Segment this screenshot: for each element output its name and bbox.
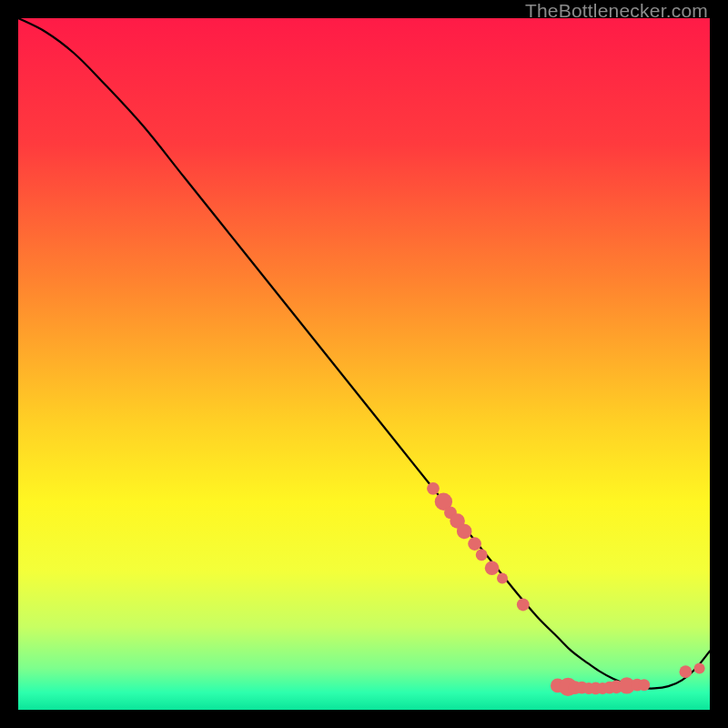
gradient-background bbox=[18, 18, 710, 710]
chart-stage: TheBottlenecker.com bbox=[0, 0, 728, 728]
marker-dot bbox=[468, 537, 481, 551]
bottleneck-chart bbox=[18, 18, 710, 710]
marker-dot bbox=[517, 599, 530, 612]
marker-dot bbox=[680, 665, 693, 678]
marker-dot bbox=[638, 679, 650, 691]
marker-dot bbox=[497, 573, 508, 584]
marker-dot bbox=[427, 482, 440, 495]
marker-dot bbox=[694, 662, 705, 673]
marker-dot bbox=[476, 549, 488, 561]
marker-dot bbox=[485, 561, 500, 575]
marker-dot bbox=[457, 524, 472, 540]
